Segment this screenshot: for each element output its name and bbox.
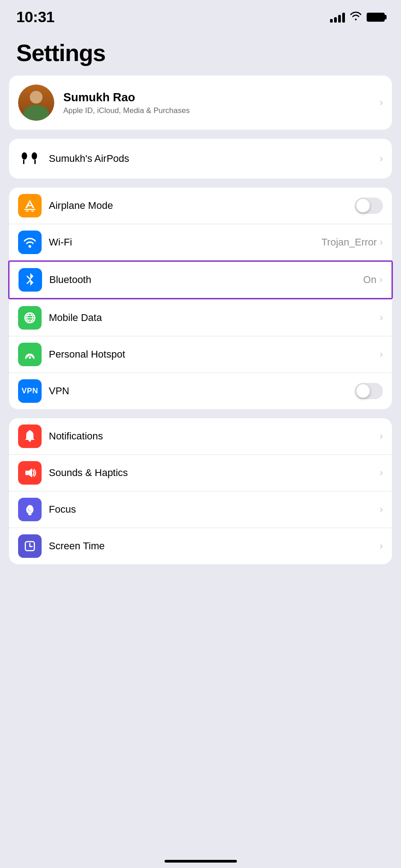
signal-icon	[330, 12, 345, 23]
personal-hotspot-icon	[18, 343, 42, 366]
battery-icon	[367, 13, 385, 22]
mobile-data-chevron: ›	[380, 312, 383, 324]
airpods-chevron: ›	[380, 153, 383, 165]
focus-icon	[18, 498, 42, 521]
svg-marker-15	[29, 468, 32, 477]
profile-section: Sumukh Rao Apple ID, iCloud, Media & Pur…	[9, 75, 392, 130]
svg-point-13	[29, 430, 31, 433]
focus-label: Focus	[49, 504, 373, 515]
bluetooth-container: Bluetooth On ›	[9, 260, 392, 299]
notifications-row[interactable]: Notifications ›	[9, 418, 392, 454]
wifi-icon	[18, 231, 42, 254]
vpn-toggle[interactable]	[355, 383, 383, 399]
sounds-haptics-label: Sounds & Haptics	[49, 467, 373, 479]
svg-point-0	[22, 152, 27, 160]
screen-time-chevron: ›	[380, 540, 383, 552]
airpods-row[interactable]: Sumukh's AirPods ›	[9, 139, 392, 179]
status-icons	[330, 11, 385, 24]
mobile-data-row[interactable]: Mobile Data ›	[9, 299, 392, 336]
profile-name: Sumukh Rao	[63, 90, 371, 104]
connectivity-section: Airplane Mode Wi-Fi Trojan_Error ›	[9, 188, 392, 409]
status-bar: 10:31	[0, 0, 401, 30]
bluetooth-icon	[19, 268, 42, 292]
svg-rect-14	[25, 471, 29, 475]
wifi-value: Trojan_Error ›	[321, 236, 383, 248]
screen-time-row[interactable]: Screen Time ›	[9, 528, 392, 564]
page-title: Settings	[0, 30, 401, 75]
airplane-mode-toggle[interactable]	[355, 198, 383, 214]
notifications-icon	[18, 425, 42, 448]
general-section: Notifications › Sounds & Haptics ›	[9, 418, 392, 564]
wifi-label: Wi-Fi	[49, 236, 314, 248]
svg-point-2	[32, 152, 37, 160]
notifications-chevron: ›	[380, 430, 383, 442]
sounds-haptics-row[interactable]: Sounds & Haptics ›	[9, 454, 392, 491]
airpods-icon	[18, 147, 41, 170]
bluetooth-row[interactable]: Bluetooth On ›	[8, 260, 393, 299]
svg-point-7	[28, 245, 31, 248]
vpn-icon: VPN	[18, 379, 42, 403]
airplane-mode-label: Airplane Mode	[49, 200, 348, 212]
personal-hotspot-chevron: ›	[380, 349, 383, 360]
screen-time-icon	[18, 534, 42, 558]
focus-row[interactable]: Focus ›	[9, 491, 392, 528]
status-time: 10:31	[16, 8, 54, 26]
sounds-haptics-chevron: ›	[380, 467, 383, 479]
airplane-mode-row[interactable]: Airplane Mode	[9, 188, 392, 224]
avatar	[18, 85, 54, 121]
profile-chevron: ›	[380, 97, 383, 108]
personal-hotspot-row[interactable]: Personal Hotspot ›	[9, 336, 392, 373]
sounds-haptics-icon	[18, 461, 42, 485]
svg-rect-6	[31, 211, 34, 212]
home-indicator	[165, 860, 237, 863]
svg-point-12	[29, 357, 31, 359]
focus-chevron: ›	[380, 504, 383, 515]
mobile-data-label: Mobile Data	[49, 312, 373, 324]
svg-rect-4	[24, 209, 35, 210]
vpn-badge-label: VPN	[18, 385, 42, 397]
vpn-label: VPN	[49, 385, 348, 397]
wifi-row[interactable]: Wi-Fi Trojan_Error ›	[9, 224, 392, 260]
svg-rect-3	[34, 160, 36, 164]
bluetooth-value: On ›	[363, 274, 382, 286]
profile-row[interactable]: Sumukh Rao Apple ID, iCloud, Media & Pur…	[9, 75, 392, 130]
personal-hotspot-label: Personal Hotspot	[49, 349, 373, 360]
profile-info: Sumukh Rao Apple ID, iCloud, Media & Pur…	[63, 90, 371, 115]
airpods-section: Sumukh's AirPods ›	[9, 139, 392, 179]
screen-time-label: Screen Time	[49, 540, 373, 552]
notifications-label: Notifications	[49, 430, 373, 442]
airplane-mode-icon	[18, 194, 42, 217]
profile-subtitle: Apple ID, iCloud, Media & Purchases	[63, 106, 371, 115]
vpn-row[interactable]: VPN VPN	[9, 373, 392, 409]
svg-rect-1	[23, 160, 24, 164]
svg-rect-16	[28, 514, 32, 515]
bluetooth-label: Bluetooth	[49, 274, 356, 286]
mobile-data-icon	[18, 306, 42, 330]
airpods-label: Sumukh's AirPods	[49, 153, 372, 165]
wifi-status-icon	[349, 11, 362, 24]
svg-rect-5	[26, 211, 28, 212]
